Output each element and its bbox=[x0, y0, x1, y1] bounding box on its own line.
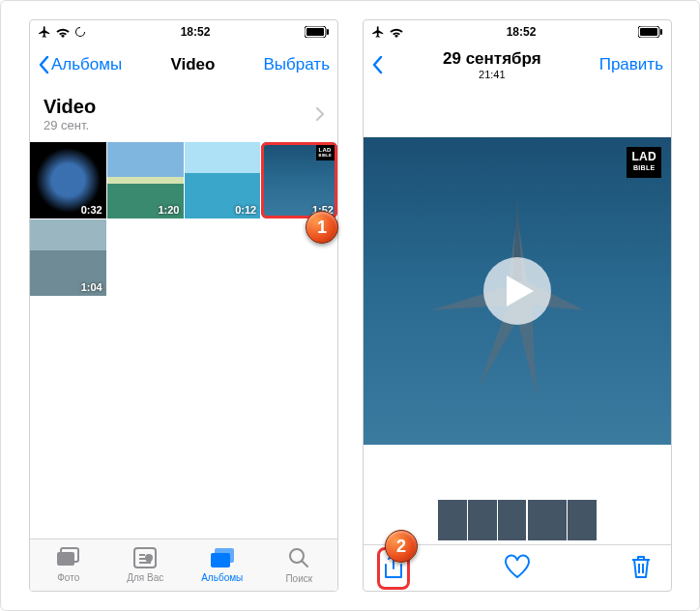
airplane-icon bbox=[38, 25, 51, 39]
album-header[interactable]: Video 29 сент. bbox=[30, 86, 337, 142]
svg-rect-1 bbox=[306, 28, 324, 36]
airplane-icon bbox=[371, 25, 385, 39]
tab-для-вас[interactable]: Для Вас bbox=[107, 539, 185, 591]
back-label: Альбомы bbox=[51, 55, 122, 74]
strip-thumb-2[interactable] bbox=[498, 500, 527, 540]
albums-icon bbox=[210, 547, 235, 570]
nav-bar: Альбомы Video Выбрать bbox=[30, 44, 337, 86]
heart-icon bbox=[504, 554, 531, 579]
tab-поиск[interactable]: Поиск bbox=[261, 539, 338, 591]
tab-label: Альбомы bbox=[201, 572, 243, 583]
strip-thumb-3[interactable] bbox=[528, 500, 567, 540]
wifi-icon bbox=[55, 26, 71, 38]
video-thumb-0[interactable]: 0:32 bbox=[30, 142, 106, 218]
foryou-icon bbox=[133, 547, 157, 570]
nav-title-main: 29 сентября bbox=[443, 49, 541, 68]
back-button[interactable] bbox=[371, 55, 385, 74]
lad-bible-badge: LAD BIBLE bbox=[627, 147, 661, 178]
wifi-icon bbox=[389, 26, 404, 38]
delete-button[interactable] bbox=[630, 554, 652, 583]
video-duration: 1:20 bbox=[158, 204, 179, 216]
nav-title: 29 сентября 21:41 bbox=[385, 49, 599, 80]
tab-label: Фото bbox=[57, 572, 79, 583]
svg-rect-10 bbox=[640, 28, 657, 36]
battery-icon bbox=[638, 26, 663, 38]
select-button[interactable]: Выбрать bbox=[264, 55, 330, 74]
favorite-button[interactable] bbox=[504, 554, 531, 583]
nav-title-sub: 21:41 bbox=[385, 69, 599, 80]
phone-viewer: 18:52 29 сентября 21:41 Править LAD BIBL… bbox=[363, 19, 672, 592]
svg-rect-3 bbox=[57, 552, 74, 566]
video-duration: 1:04 bbox=[81, 281, 102, 293]
trash-icon bbox=[630, 554, 652, 579]
video-frame: LAD BIBLE bbox=[364, 137, 671, 445]
battery-icon bbox=[305, 26, 330, 38]
video-grid: 0:321:200:121:52LADBIBLE1:04 bbox=[30, 142, 337, 296]
video-thumb-4[interactable]: 1:04 bbox=[30, 219, 106, 296]
strip-thumb-0[interactable] bbox=[438, 500, 467, 540]
search-icon bbox=[287, 546, 310, 571]
svg-rect-11 bbox=[660, 29, 662, 35]
chevron-left-icon bbox=[38, 55, 49, 74]
lad-bible-badge: LADBIBLE bbox=[316, 145, 335, 160]
video-thumb-1[interactable]: 1:20 bbox=[107, 142, 184, 218]
photos-icon bbox=[56, 547, 81, 570]
video-viewer[interactable]: LAD BIBLE bbox=[364, 86, 671, 496]
back-button[interactable]: Альбомы bbox=[38, 55, 122, 74]
svg-rect-7 bbox=[215, 548, 234, 563]
svg-rect-2 bbox=[327, 29, 329, 35]
phone-album-view: 18:52 Альбомы Video Выбрать Video 29 сен… bbox=[29, 19, 338, 592]
tab-фото[interactable]: Фото bbox=[30, 539, 107, 591]
edit-button[interactable]: Править bbox=[599, 55, 663, 74]
tab-альбомы[interactable]: Альбомы bbox=[184, 539, 261, 591]
album-subtitle: 29 сент. bbox=[44, 118, 96, 132]
video-thumb-3[interactable]: 1:52LADBIBLE bbox=[261, 142, 337, 218]
annotation-2: 2 bbox=[385, 530, 418, 563]
status-bar: 18:52 bbox=[364, 20, 671, 44]
play-icon bbox=[507, 276, 534, 306]
play-button[interactable] bbox=[483, 257, 551, 325]
status-time: 18:52 bbox=[86, 25, 305, 39]
tab-label: Для Вас bbox=[127, 572, 163, 583]
nav-bar: 29 сентября 21:41 Править bbox=[364, 44, 671, 86]
nav-title: Video bbox=[122, 55, 263, 74]
loading-icon bbox=[74, 26, 86, 38]
tab-label: Поиск bbox=[285, 573, 312, 584]
strip-thumb-4[interactable] bbox=[568, 500, 597, 540]
status-bar: 18:52 bbox=[30, 20, 337, 44]
video-thumb-2[interactable]: 0:12 bbox=[185, 142, 261, 218]
chevron-right-icon bbox=[315, 106, 324, 122]
album-title: Video bbox=[44, 96, 96, 118]
video-duration: 0:32 bbox=[81, 204, 102, 216]
video-duration: 0:12 bbox=[235, 204, 256, 216]
strip-thumb-1[interactable] bbox=[468, 500, 497, 540]
chevron-left-icon bbox=[371, 55, 383, 74]
annotation-1: 1 bbox=[306, 211, 338, 244]
status-time: 18:52 bbox=[404, 25, 638, 39]
tab-bar: ФотоДля ВасАльбомыПоиск bbox=[30, 538, 337, 591]
